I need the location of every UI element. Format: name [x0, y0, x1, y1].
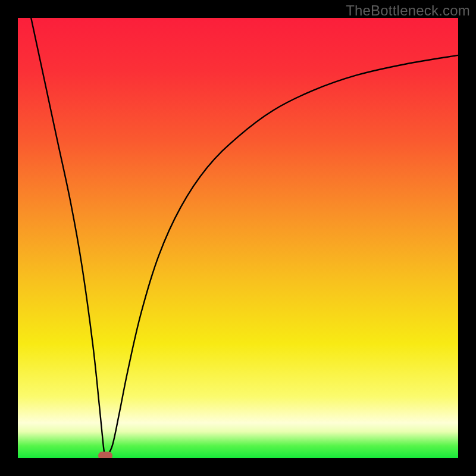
- watermark-text: TheBottleneck.com: [346, 2, 470, 19]
- optimal-marker: [98, 452, 112, 458]
- curve-svg: [18, 18, 458, 458]
- chart-frame: TheBottleneck.com: [0, 0, 476, 476]
- bottleneck-curve: [31, 18, 458, 458]
- plot-area: [18, 18, 458, 458]
